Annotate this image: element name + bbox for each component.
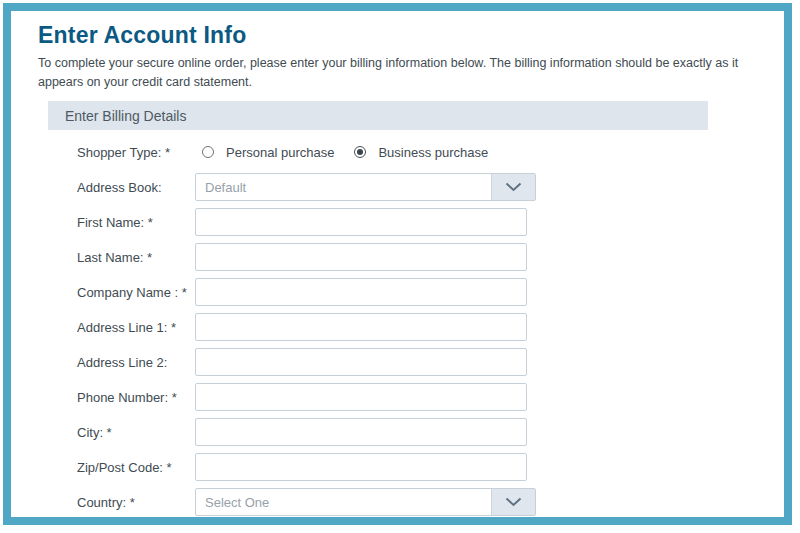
personal-purchase-radio-label[interactable]: Personal purchase [226, 145, 334, 160]
address-line-2-label: Address Line 2: [77, 355, 195, 370]
page-title: Enter Account Info [38, 22, 784, 49]
last-name-input[interactable] [195, 243, 527, 271]
form-row-first-name: First Name: * [77, 208, 784, 236]
page-description-line-1: To complete your secure online order, pl… [38, 54, 784, 73]
business-purchase-radio[interactable] [354, 146, 366, 158]
country-select[interactable]: Select One [195, 488, 536, 516]
form-row-phone-number: Phone Number: * [77, 383, 784, 411]
address-book-label: Address Book: [77, 180, 195, 195]
chevron-down-icon[interactable] [491, 489, 535, 515]
address-line-2-input[interactable] [195, 348, 527, 376]
form-row-address-line-2: Address Line 2: [77, 348, 784, 376]
zip-post-code-input[interactable] [195, 453, 527, 481]
last-name-label: Last Name: * [77, 250, 195, 265]
page-description: To complete your secure online order, pl… [38, 54, 784, 92]
address-book-select[interactable]: Default [195, 173, 536, 201]
first-name-label: First Name: * [77, 215, 195, 230]
city-label: City: * [77, 425, 195, 440]
address-book-selected-value: Default [196, 174, 491, 200]
form-row-city: City: * [77, 418, 784, 446]
zip-post-code-label: Zip/Post Code: * [77, 460, 195, 475]
address-line-1-input[interactable] [195, 313, 527, 341]
section-header-billing: Enter Billing Details [48, 101, 708, 130]
country-selected-value: Select One [196, 489, 491, 515]
shopper-type-label: Shopper Type: * [77, 145, 195, 160]
personal-purchase-radio[interactable] [202, 146, 214, 158]
business-purchase-radio-label[interactable]: Business purchase [378, 145, 488, 160]
country-label: Country: * [77, 495, 195, 510]
phone-number-label: Phone Number: * [77, 390, 195, 405]
form-row-zip-post-code: Zip/Post Code: * [77, 453, 784, 481]
page-description-line-2: appears on your credit card statement. [38, 73, 784, 92]
form-row-company-name: Company Name : * [77, 278, 784, 306]
page-frame: Enter Account Info To complete your secu… [3, 3, 792, 525]
form-row-address-book: Address Book: Default [77, 173, 784, 201]
company-name-label: Company Name : * [77, 285, 195, 300]
phone-number-input[interactable] [195, 383, 527, 411]
company-name-input[interactable] [195, 278, 527, 306]
billing-form: Shopper Type: * Personal purchase Busine… [77, 138, 784, 516]
city-input[interactable] [195, 418, 527, 446]
address-line-1-label: Address Line 1: * [77, 320, 195, 335]
form-row-country: Country: * Select One [77, 488, 784, 516]
section-header-label: Enter Billing Details [65, 108, 186, 124]
shopper-type-radio-group: Personal purchase Business purchase [195, 145, 488, 160]
first-name-input[interactable] [195, 208, 527, 236]
form-row-shopper-type: Shopper Type: * Personal purchase Busine… [77, 138, 784, 166]
form-row-address-line-1: Address Line 1: * [77, 313, 784, 341]
chevron-down-icon[interactable] [491, 174, 535, 200]
form-row-last-name: Last Name: * [77, 243, 784, 271]
